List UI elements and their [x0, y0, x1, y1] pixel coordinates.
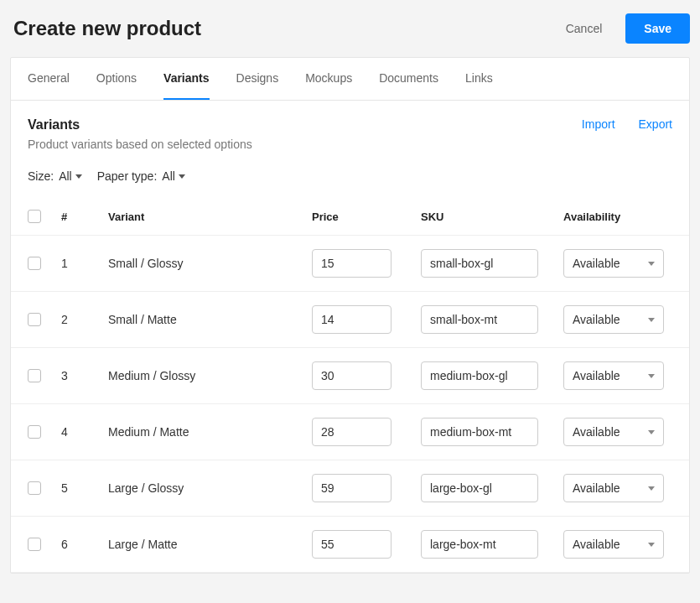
caret-down-icon — [179, 174, 185, 179]
column-header-num: # — [61, 211, 108, 223]
availability-select[interactable]: Available — [563, 305, 664, 334]
price-input[interactable] — [312, 474, 391, 502]
main-panel: GeneralOptionsVariantsDesignsMockupsDocu… — [10, 57, 690, 574]
tab-general[interactable]: General — [28, 58, 70, 100]
row-checkbox[interactable] — [28, 369, 41, 382]
row-variant-name: Large / Glossy — [108, 481, 312, 495]
row-variant-name: Large / Matte — [108, 538, 312, 551]
filter-paper-value: All — [162, 169, 175, 183]
row-checkbox[interactable] — [28, 425, 41, 439]
row-checkbox[interactable] — [28, 538, 41, 551]
price-input[interactable] — [312, 530, 391, 559]
import-button[interactable]: Import — [582, 117, 615, 131]
row-number: 5 — [61, 481, 108, 495]
tab-designs[interactable]: Designs — [236, 58, 279, 100]
tabs: GeneralOptionsVariantsDesignsMockupsDocu… — [11, 58, 689, 101]
caret-down-icon — [648, 318, 655, 322]
select-all-checkbox[interactable] — [28, 210, 41, 223]
table-row: 6Large / MatteAvailable — [11, 517, 689, 573]
caret-down-icon — [648, 262, 655, 266]
sku-input[interactable] — [421, 249, 538, 278]
sku-input[interactable] — [421, 305, 538, 334]
caret-down-icon — [75, 174, 82, 179]
filter-paper-label: Paper type: — [97, 169, 158, 183]
availability-value: Available — [573, 538, 620, 551]
availability-value: Available — [573, 257, 620, 270]
cancel-button[interactable]: Cancel — [556, 15, 613, 42]
availability-value: Available — [573, 313, 620, 326]
price-input[interactable] — [312, 418, 391, 446]
caret-down-icon — [648, 374, 655, 378]
availability-select[interactable]: Available — [563, 530, 664, 559]
table-row: 1Small / GlossyAvailable — [11, 236, 689, 292]
section-subtitle: Product variants based on selected optio… — [28, 138, 252, 151]
row-variant-name: Small / Matte — [108, 313, 312, 326]
sku-input[interactable] — [421, 530, 538, 559]
price-input[interactable] — [312, 249, 391, 278]
filter-paper-dropdown[interactable]: All — [162, 169, 185, 183]
caret-down-icon — [648, 486, 655, 491]
availability-select[interactable]: Available — [563, 361, 664, 390]
row-number: 3 — [61, 369, 108, 382]
availability-value: Available — [573, 481, 620, 495]
row-checkbox[interactable] — [28, 481, 41, 495]
column-header-price: Price — [312, 211, 421, 223]
tab-variants[interactable]: Variants — [163, 58, 209, 100]
sku-input[interactable] — [421, 418, 538, 446]
tab-options[interactable]: Options — [96, 58, 137, 100]
row-checkbox[interactable] — [28, 257, 41, 270]
tab-documents[interactable]: Documents — [379, 58, 438, 100]
table-row: 4Medium / MatteAvailable — [11, 404, 689, 460]
column-header-sku: SKU — [421, 211, 563, 223]
table-row: 3Medium / GlossyAvailable — [11, 348, 689, 404]
row-variant-name: Medium / Glossy — [108, 369, 312, 382]
availability-value: Available — [573, 369, 620, 382]
availability-select[interactable]: Available — [563, 418, 664, 446]
availability-select[interactable]: Available — [563, 249, 664, 278]
row-number: 4 — [61, 425, 108, 439]
row-number: 2 — [61, 313, 108, 326]
availability-select[interactable]: Available — [563, 474, 664, 502]
filter-size-dropdown[interactable]: All — [59, 169, 82, 183]
row-number: 6 — [61, 538, 108, 551]
tab-links[interactable]: Links — [465, 58, 493, 100]
availability-value: Available — [573, 425, 620, 439]
row-checkbox[interactable] — [28, 313, 41, 326]
caret-down-icon — [648, 430, 655, 434]
export-button[interactable]: Export — [639, 117, 672, 131]
sku-input[interactable] — [421, 474, 538, 502]
price-input[interactable] — [312, 305, 391, 334]
column-header-variant: Variant — [108, 211, 312, 223]
row-variant-name: Medium / Matte — [108, 425, 312, 439]
row-number: 1 — [61, 257, 108, 270]
page-title: Create new product — [13, 17, 201, 40]
column-header-availability: Availability — [563, 211, 672, 223]
save-button[interactable]: Save — [625, 13, 690, 44]
filter-size-label: Size: — [28, 169, 54, 183]
tab-mockups[interactable]: Mockups — [305, 58, 352, 100]
row-variant-name: Small / Glossy — [108, 257, 312, 270]
caret-down-icon — [648, 543, 655, 547]
price-input[interactable] — [312, 361, 391, 390]
section-title: Variants — [28, 117, 252, 133]
sku-input[interactable] — [421, 361, 538, 390]
table-row: 2Small / MatteAvailable — [11, 292, 689, 348]
filter-size-value: All — [59, 169, 72, 183]
table-row: 5Large / GlossyAvailable — [11, 460, 689, 517]
